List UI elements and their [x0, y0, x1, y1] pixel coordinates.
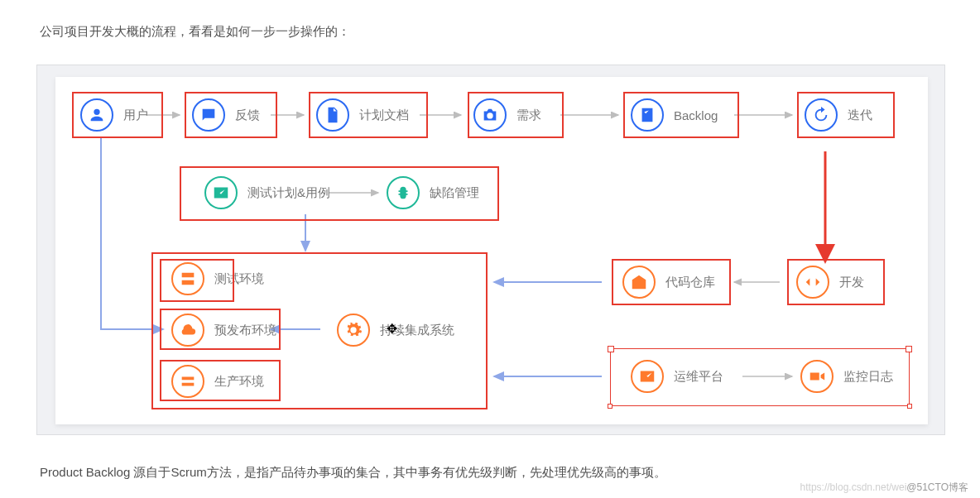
refresh-icon: [805, 98, 838, 132]
node-prod-env: 生产环境: [171, 365, 264, 398]
watermark: https://blog.csdn.net/wei@51CTO博客: [800, 481, 968, 495]
node-label: 监控日志: [843, 369, 893, 385]
checklist-icon: [631, 98, 664, 132]
node-user: 用户: [80, 98, 148, 132]
node-label: 缺陷管理: [430, 185, 479, 201]
node-repo: 代码仓库: [622, 266, 715, 299]
node-label: 生产环境: [214, 374, 264, 390]
node-test-env: 测试环境: [171, 262, 264, 295]
diagram-canvas: 用户 反馈 计划文档 需求 Backlog 迭代 测试计划&用例 缺陷管理 代码…: [55, 77, 928, 424]
node-label: 测试计划&用例: [247, 185, 330, 201]
node-backlog: Backlog: [631, 98, 718, 132]
watermark-url: https://blog.csdn.net/wei: [800, 481, 907, 493]
chart-icon: [204, 176, 238, 209]
document-icon: [316, 98, 349, 132]
node-dev: 开发: [796, 266, 864, 299]
dashboard-icon: [631, 360, 664, 393]
intro-paragraph: 公司项目开发大概的流程，看看是如何一步一步操作的：: [40, 22, 350, 41]
node-plan-doc: 计划文档: [316, 98, 409, 132]
cursor-icon: ✥: [387, 321, 397, 337]
cloud-icon: [171, 314, 204, 347]
node-feedback: 反馈: [192, 98, 260, 132]
node-label: 计划文档: [359, 108, 409, 123]
code-icon: [796, 266, 829, 299]
node-label: Backlog: [674, 108, 718, 122]
node-monitor: 监控日志: [800, 360, 893, 393]
outro-paragraph: Product Backlog 源自于Scrum方法，是指产品待办事项的集合，其…: [40, 462, 666, 482]
node-label: 需求: [516, 108, 541, 123]
node-label: 代码仓库: [665, 275, 715, 290]
camera-icon: [473, 98, 507, 132]
diagram-frame: 用户 反馈 计划文档 需求 Backlog 迭代 测试计划&用例 缺陷管理 代码…: [36, 65, 945, 435]
repo-icon: [622, 266, 656, 299]
node-preprod-env: 预发布环境: [171, 314, 276, 347]
node-iteration: 迭代: [805, 98, 872, 132]
user-icon: [80, 98, 113, 132]
node-label: 用户: [123, 108, 148, 123]
node-label: 迭代: [848, 108, 872, 123]
camera-solid-icon: [800, 360, 833, 393]
node-label: 运维平台: [674, 369, 723, 385]
node-test-plan: 测试计划&用例: [204, 176, 330, 209]
server-icon: [171, 262, 204, 295]
node-defect: 缺陷管理: [387, 176, 479, 209]
node-label: 测试环境: [214, 271, 264, 287]
node-ops: 运维平台: [631, 360, 723, 393]
node-label: 开发: [839, 275, 864, 290]
node-label: 反馈: [235, 108, 260, 123]
stack-icon: [171, 365, 204, 398]
node-label: 预发布环境: [214, 323, 276, 338]
node-requirement: 需求: [473, 98, 541, 132]
gear-icon: [337, 314, 370, 347]
bug-icon: [387, 176, 420, 209]
chat-icon: [192, 98, 225, 132]
watermark-source: @51CTO博客: [906, 481, 968, 493]
